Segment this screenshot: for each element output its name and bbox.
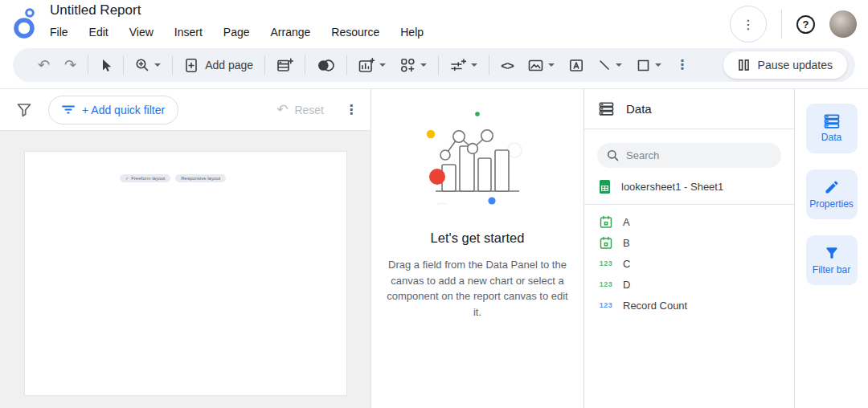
calendar-icon bbox=[599, 215, 613, 229]
zoom-tool-button[interactable] bbox=[128, 48, 168, 82]
main-area: + Add quick filter ↶ Reset ⋮ ✓ Freeform … bbox=[0, 88, 868, 408]
add-control-button[interactable] bbox=[443, 48, 485, 82]
search-icon bbox=[607, 149, 619, 161]
menu-page[interactable]: Page bbox=[223, 26, 250, 39]
field-search bbox=[597, 143, 781, 168]
url-embed-button[interactable]: <> bbox=[493, 48, 521, 82]
left-panel: + Add quick filter ↶ Reset ⋮ ✓ Freeform … bbox=[0, 89, 371, 408]
report-canvas[interactable]: ✓ Freeform layout Responsive layout bbox=[0, 131, 371, 408]
toolbar-pill: ↶ ↷ bbox=[13, 48, 855, 82]
insert-line-button[interactable] bbox=[591, 48, 629, 82]
avatar[interactable] bbox=[829, 10, 857, 38]
help-icon[interactable]: ? bbox=[796, 15, 815, 34]
filter-funnel-icon[interactable] bbox=[16, 102, 32, 118]
toolbar-divider bbox=[88, 55, 88, 75]
field-list: A B 123 C 123 D bbox=[584, 205, 794, 316]
add-data-button[interactable] bbox=[269, 48, 301, 82]
add-chart-button[interactable] bbox=[351, 48, 393, 82]
insert-shape-button[interactable] bbox=[629, 48, 669, 82]
shape-icon bbox=[637, 59, 650, 72]
zoom-icon bbox=[135, 58, 149, 72]
field-row-b[interactable]: B bbox=[584, 232, 794, 253]
add-page-label: Add page bbox=[205, 59, 253, 71]
numeric-field-icon: 123 bbox=[599, 259, 613, 267]
responsive-layout-chip[interactable]: Responsive layout bbox=[175, 174, 226, 182]
menu-insert[interactable]: Insert bbox=[174, 26, 203, 39]
freeform-layout-chip[interactable]: ✓ Freeform layout bbox=[120, 174, 170, 182]
toolbar-more-button[interactable]: ⋮ bbox=[669, 48, 696, 82]
rail-data-button[interactable]: Data bbox=[806, 104, 858, 153]
field-row-a[interactable]: A bbox=[584, 211, 794, 232]
menu-view[interactable]: View bbox=[129, 26, 154, 39]
blue-dot bbox=[488, 197, 495, 204]
get-started-panel: Let's get started Drag a field from the … bbox=[371, 89, 584, 408]
toolbar-divider bbox=[264, 55, 265, 75]
data-list-icon bbox=[824, 114, 840, 129]
menu-file[interactable]: File bbox=[50, 26, 68, 39]
looker-studio-window: Untitled Report File Edit View Insert Pa… bbox=[0, 0, 868, 408]
filter-list-icon bbox=[62, 104, 75, 115]
field-row-record-count[interactable]: 123 Record Count bbox=[584, 295, 794, 316]
insert-image-button[interactable] bbox=[521, 48, 562, 82]
blend-data-button[interactable] bbox=[309, 48, 342, 82]
right-rail: Data Properties Filter bar bbox=[795, 89, 868, 408]
rail-filter-bar-button[interactable]: Filter bar bbox=[806, 235, 858, 285]
toolbar-divider bbox=[305, 55, 305, 75]
yellow-dot bbox=[427, 130, 435, 138]
chart-illustration bbox=[413, 108, 542, 213]
chevron-down-icon bbox=[420, 63, 427, 67]
metric-field-icon: 123 bbox=[599, 301, 613, 309]
calendar-icon bbox=[599, 236, 613, 250]
line-icon bbox=[598, 59, 611, 71]
select-tool-button[interactable] bbox=[92, 48, 119, 82]
add-quick-filter-button[interactable]: + Add quick filter bbox=[48, 96, 178, 124]
report-page[interactable]: ✓ Freeform layout Responsive layout bbox=[24, 151, 347, 396]
field-row-d[interactable]: 123 D bbox=[584, 274, 794, 295]
blend-icon bbox=[317, 59, 335, 72]
looker-studio-logo[interactable] bbox=[13, 6, 39, 42]
insert-text-button[interactable] bbox=[562, 48, 591, 82]
menu-edit[interactable]: Edit bbox=[89, 26, 108, 39]
toolbar: ↶ ↷ bbox=[0, 48, 868, 88]
pause-icon bbox=[738, 59, 750, 71]
rail-filter-bar-label: Filter bar bbox=[813, 264, 850, 275]
data-panel-title: Data bbox=[626, 102, 652, 116]
toolbar-divider bbox=[346, 55, 347, 75]
add-community-visualization-button[interactable] bbox=[393, 48, 434, 82]
add-control-icon bbox=[450, 59, 466, 72]
kebab-icon: ⋮ bbox=[742, 17, 755, 32]
numeric-field-icon: 123 bbox=[599, 280, 613, 288]
rail-properties-button[interactable]: Properties bbox=[806, 169, 858, 219]
redo-button[interactable]: ↷ bbox=[57, 48, 84, 82]
add-page-button[interactable]: Add page bbox=[177, 48, 260, 82]
quick-filter-bar: + Add quick filter ↶ Reset ⋮ bbox=[0, 89, 371, 131]
report-title[interactable]: Untitled Report bbox=[50, 2, 424, 18]
rail-properties-label: Properties bbox=[809, 198, 854, 210]
field-row-c[interactable]: 123 C bbox=[584, 253, 794, 274]
add-page-icon bbox=[184, 58, 199, 73]
layout-chips: ✓ Freeform layout Responsive layout bbox=[120, 174, 226, 182]
search-input[interactable] bbox=[626, 149, 763, 161]
reset-button[interactable]: ↶ Reset bbox=[276, 103, 324, 116]
menubar: File Edit View Insert Page Arrange Resou… bbox=[50, 26, 424, 39]
menu-arrange[interactable]: Arrange bbox=[271, 26, 311, 39]
toolbar-divider bbox=[123, 55, 124, 75]
text-box-icon bbox=[569, 59, 583, 72]
reset-label: Reset bbox=[294, 104, 324, 116]
add-chart-icon bbox=[358, 58, 375, 73]
menu-help[interactable]: Help bbox=[400, 26, 424, 39]
data-source-row[interactable]: lookersheet1 - Sheet1 bbox=[584, 168, 794, 205]
get-started-title: Let's get started bbox=[371, 231, 583, 246]
check-icon: ✓ bbox=[125, 176, 129, 181]
more-options-button[interactable]: ⋮ bbox=[730, 6, 767, 43]
chevron-down-icon bbox=[548, 63, 555, 67]
data-panel: Data lookersheet1 - Sheet1 bbox=[584, 89, 795, 408]
header-right: ⋮ ? bbox=[730, 0, 857, 48]
filter-bar-more-button[interactable]: ⋮ bbox=[345, 104, 358, 116]
undo-icon: ↶ bbox=[38, 58, 50, 72]
menu-resource[interactable]: Resource bbox=[331, 26, 379, 39]
undo-button[interactable]: ↶ bbox=[31, 48, 57, 82]
redo-icon: ↷ bbox=[64, 58, 76, 72]
pause-updates-button[interactable]: Pause updates bbox=[723, 51, 847, 79]
data-source-name: lookersheet1 - Sheet1 bbox=[621, 181, 723, 193]
